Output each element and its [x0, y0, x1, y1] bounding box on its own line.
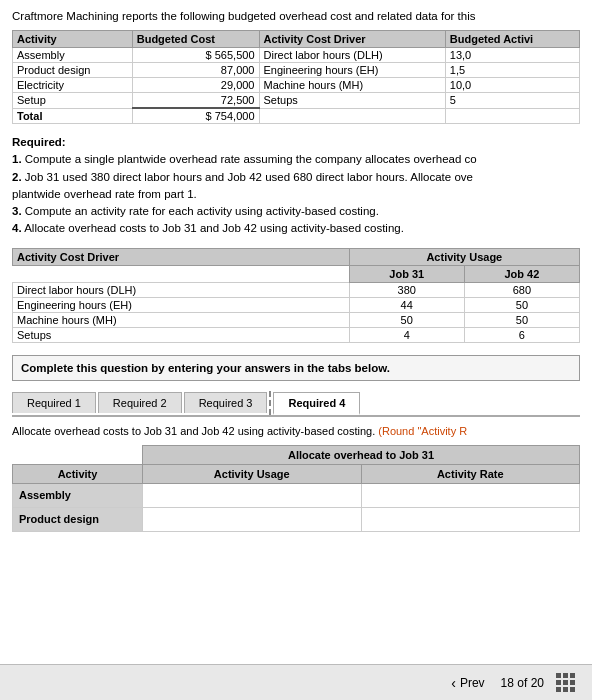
- usage-job31: 44: [349, 297, 464, 312]
- current-page: 18: [501, 676, 514, 690]
- intro-text: Craftmore Machining reports the followin…: [12, 10, 580, 22]
- usage-job42: 6: [464, 327, 579, 342]
- tab-required2[interactable]: Required 2: [98, 392, 182, 413]
- table-row: Total $ 754,000: [13, 108, 580, 124]
- table-row: Assembly $ 565,500 Direct labor hours (D…: [13, 48, 580, 63]
- activity-usage-header: Activity Usage: [349, 248, 579, 265]
- col-driver: Activity Cost Driver: [259, 31, 445, 48]
- alloc-usage-input[interactable]: [143, 483, 362, 507]
- usage-job42: 680: [464, 282, 579, 297]
- alloc-header-job31: Allocate overhead to Job 31: [143, 445, 580, 464]
- activity-name: Total: [13, 108, 133, 124]
- activity-driver: Engineering hours (EH): [259, 63, 445, 78]
- alloc-col-usage: Activity Usage: [143, 464, 362, 483]
- activity-budgeted: [445, 108, 579, 124]
- table-row: Setup 72,500 Setups 5: [13, 93, 580, 109]
- alloc-header-spacer: [13, 445, 143, 464]
- alloc-col-rate: Activity Rate: [361, 464, 580, 483]
- col-budgeted-activi: Budgeted Activi: [445, 31, 579, 48]
- usage-driver-header: Activity Cost Driver: [13, 248, 350, 265]
- activity-driver: Setups: [259, 93, 445, 109]
- usage-driver: Machine hours (MH): [13, 312, 350, 327]
- activity-name: Assembly: [13, 48, 133, 63]
- alloc-table: Allocate overhead to Job 31 Activity Act…: [12, 445, 580, 532]
- usage-row: Engineering hours (EH) 44 50: [13, 297, 580, 312]
- prev-button[interactable]: ‹ Prev: [447, 673, 488, 693]
- activity-budgeted: 13,0: [445, 48, 579, 63]
- usage-job42: 50: [464, 297, 579, 312]
- of-label: of: [517, 676, 530, 690]
- usage-job31: 50: [349, 312, 464, 327]
- activity-name: Setup: [13, 93, 133, 109]
- required-item-2b: plantwide overhead rate from part 1.: [12, 186, 580, 203]
- alloc-activity-name: Assembly: [13, 483, 143, 507]
- allocate-text: Allocate overhead costs to Job 31 and Jo…: [12, 425, 580, 437]
- alloc-rate-input[interactable]: [361, 507, 580, 531]
- table-row: Electricity 29,000 Machine hours (MH) 10…: [13, 78, 580, 93]
- activity-driver: Machine hours (MH): [259, 78, 445, 93]
- alloc-row: Assembly: [13, 483, 580, 507]
- alloc-activity-name: Product design: [13, 507, 143, 531]
- required-title: Required:: [12, 134, 580, 151]
- usage-row: Setups 4 6: [13, 327, 580, 342]
- job42-header: Job 42: [464, 265, 579, 282]
- activity-driver: [259, 108, 445, 124]
- required-item-3: 3. Compute an activity rate for each act…: [12, 203, 580, 220]
- usage-job31: 4: [349, 327, 464, 342]
- usage-driver: Setups: [13, 327, 350, 342]
- alloc-rate-input[interactable]: [361, 483, 580, 507]
- required-item-4: 4. Allocate overhead costs to Job 31 and…: [12, 220, 580, 237]
- product-design-usage-field[interactable]: [149, 513, 355, 525]
- alloc-usage-input[interactable]: [143, 507, 362, 531]
- activity-cost: 72,500: [132, 93, 259, 109]
- required-item-1: 1. Compute a single plantwide overhead r…: [12, 151, 580, 168]
- usage-job31: 380: [349, 282, 464, 297]
- usage-row: Direct labor hours (DLH) 380 680: [13, 282, 580, 297]
- activity-budgeted: 10,0: [445, 78, 579, 93]
- activity-budgeted: 5: [445, 93, 579, 109]
- tab-divider: [269, 391, 271, 415]
- total-pages: 20: [531, 676, 544, 690]
- activity-driver: Direct labor hours (DLH): [259, 48, 445, 63]
- tab-required3[interactable]: Required 3: [184, 392, 268, 413]
- prev-label: Prev: [460, 676, 485, 690]
- usage-row: Machine hours (MH) 50 50: [13, 312, 580, 327]
- alloc-col-activity: Activity: [13, 464, 143, 483]
- activity-cost: 29,000: [132, 78, 259, 93]
- usage-job42: 50: [464, 312, 579, 327]
- bottom-bar: ‹ Prev 18 of 20: [0, 664, 592, 700]
- required-item-2: 2. Job 31 used 380 direct labor hours an…: [12, 169, 580, 186]
- table-row: Product design 87,000 Engineering hours …: [13, 63, 580, 78]
- round-note: (Round "Activity R: [378, 425, 467, 437]
- activity-cost: $ 754,000: [132, 108, 259, 124]
- col-activity: Activity: [13, 31, 133, 48]
- product-design-rate-field[interactable]: [368, 513, 574, 525]
- required-section: Required: 1. Compute a single plantwide …: [12, 134, 580, 238]
- top-table: Activity Budgeted Cost Activity Cost Dri…: [12, 30, 580, 124]
- page-indicator: 18 of 20: [501, 676, 544, 690]
- assembly-usage-field[interactable]: [149, 489, 355, 501]
- col-budgeted-cost: Budgeted Cost: [132, 31, 259, 48]
- grid-icon[interactable]: [556, 673, 576, 693]
- assembly-rate-field[interactable]: [368, 489, 574, 501]
- usage-col-label: [13, 265, 350, 282]
- activity-name: Electricity: [13, 78, 133, 93]
- alloc-row: Product design: [13, 507, 580, 531]
- usage-driver: Engineering hours (EH): [13, 297, 350, 312]
- prev-arrow-icon: ‹: [451, 675, 456, 691]
- tab-required1[interactable]: Required 1: [12, 392, 96, 413]
- usage-section: Activity Cost Driver Activity Usage Job …: [12, 248, 580, 343]
- job31-header: Job 31: [349, 265, 464, 282]
- alloc-section: Allocate overhead to Job 31 Activity Act…: [12, 445, 580, 532]
- usage-table: Activity Cost Driver Activity Usage Job …: [12, 248, 580, 343]
- tabs-row: Required 1 Required 2 Required 3 Require…: [12, 391, 580, 417]
- tab-required4[interactable]: Required 4: [273, 392, 360, 415]
- activity-cost: 87,000: [132, 63, 259, 78]
- activity-name: Product design: [13, 63, 133, 78]
- complete-box: Complete this question by entering your …: [12, 355, 580, 381]
- activity-cost: $ 565,500: [132, 48, 259, 63]
- activity-budgeted: 1,5: [445, 63, 579, 78]
- usage-driver: Direct labor hours (DLH): [13, 282, 350, 297]
